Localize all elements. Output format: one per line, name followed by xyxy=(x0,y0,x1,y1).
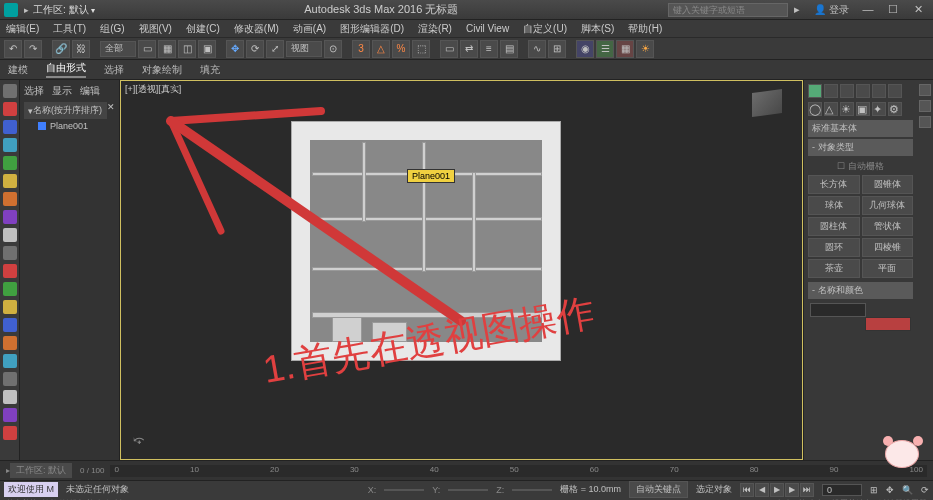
minimize-button[interactable]: — xyxy=(857,3,879,15)
teapot-button[interactable]: 茶壶 xyxy=(808,259,860,278)
ribbon-tab-modeling[interactable]: 建模 xyxy=(8,63,28,77)
menu-graph[interactable]: 图形编辑器(D) xyxy=(340,22,404,36)
menu-modifiers[interactable]: 修改器(M) xyxy=(234,22,279,36)
curve-editor-button[interactable]: ∿ xyxy=(528,40,546,58)
percent-snap[interactable]: % xyxy=(392,40,410,58)
tool-icon[interactable] xyxy=(3,192,17,206)
tool-icon[interactable] xyxy=(3,372,17,386)
scene-tab-edit[interactable]: 编辑 xyxy=(80,84,100,98)
sphere-button[interactable]: 球体 xyxy=(808,196,860,215)
mirror-button[interactable]: ⇄ xyxy=(460,40,478,58)
tool-icon[interactable] xyxy=(3,84,17,98)
quick-access-btn[interactable]: ▸ xyxy=(24,5,29,15)
modify-tab[interactable] xyxy=(824,84,838,98)
ribbon-tab-paint[interactable]: 对象绘制 xyxy=(142,63,182,77)
ribbon-tab-populate[interactable]: 填充 xyxy=(200,63,220,77)
object-type-rollout[interactable]: - 对象类型 xyxy=(808,139,913,156)
unlink-button[interactable]: ⛓ xyxy=(72,40,90,58)
auto-key-button[interactable]: 自动关键点 xyxy=(629,481,688,498)
current-frame-input[interactable]: 0 xyxy=(822,484,862,496)
lights-icon[interactable]: ☀ xyxy=(840,102,854,116)
helpers-icon[interactable]: ✦ xyxy=(872,102,886,116)
undo-button[interactable]: ↶ xyxy=(4,40,22,58)
move-button[interactable]: ✥ xyxy=(226,40,244,58)
tool-icon[interactable] xyxy=(3,300,17,314)
nav-tool-icon[interactable]: 🔍 xyxy=(902,485,913,495)
maximize-button[interactable]: ☐ xyxy=(882,3,904,16)
align-button[interactable]: ≡ xyxy=(480,40,498,58)
perspective-viewport[interactable]: [+][透视][真实] Plane001 ⤽ 1.首先在透视图操作 xyxy=(120,80,803,460)
render-setup-button[interactable]: ☰ xyxy=(596,40,614,58)
workspace-selector[interactable]: 工作区: 默认▾ xyxy=(33,3,95,17)
panel-tool-icon[interactable] xyxy=(919,100,931,112)
next-frame-button[interactable]: ▶ xyxy=(785,483,799,497)
window-crossing-button[interactable]: ▣ xyxy=(198,40,216,58)
tool-icon[interactable] xyxy=(3,174,17,188)
tool-icon[interactable] xyxy=(3,336,17,350)
menu-animation[interactable]: 动画(A) xyxy=(293,22,326,36)
play-button[interactable]: ▶ xyxy=(770,483,784,497)
coord-system[interactable]: 视图 xyxy=(286,41,322,57)
named-selection[interactable]: ▭ xyxy=(440,40,458,58)
render-button[interactable]: ☀ xyxy=(636,40,654,58)
prev-frame-button[interactable]: ◀ xyxy=(755,483,769,497)
ribbon-tab-freeform[interactable]: 自由形式 xyxy=(46,61,86,78)
nav-tool-icon[interactable]: ✥ xyxy=(886,485,894,495)
systems-icon[interactable]: ⚙ xyxy=(888,102,902,116)
scale-button[interactable]: ⤢ xyxy=(266,40,284,58)
box-button[interactable]: 长方体 xyxy=(808,175,860,194)
spinner-snap[interactable]: ⬚ xyxy=(412,40,430,58)
menu-group[interactable]: 组(G) xyxy=(100,22,124,36)
menu-customize[interactable]: 自定义(U) xyxy=(523,22,567,36)
tool-icon[interactable] xyxy=(3,390,17,404)
ribbon-tab-select[interactable]: 选择 xyxy=(104,63,124,77)
scene-item[interactable]: Plane001 xyxy=(24,119,115,133)
maxscript-label[interactable]: 欢迎使用 M xyxy=(4,482,58,497)
tool-icon[interactable] xyxy=(3,102,17,116)
goto-end-button[interactable]: ⏭ xyxy=(800,483,814,497)
display-tab[interactable] xyxy=(872,84,886,98)
login-link[interactable]: 👤 登录 xyxy=(814,3,849,17)
link-button[interactable]: 🔗 xyxy=(52,40,70,58)
create-tab[interactable] xyxy=(808,84,822,98)
plane-button[interactable]: 平面 xyxy=(862,259,914,278)
menu-create[interactable]: 创建(C) xyxy=(186,22,220,36)
tube-button[interactable]: 管状体 xyxy=(862,217,914,236)
scene-sort-header[interactable]: ▾ 名称(按升序排序) xyxy=(24,102,107,119)
z-coord-input[interactable] xyxy=(512,489,552,491)
torus-button[interactable]: 圆环 xyxy=(808,238,860,257)
scene-tab-display[interactable]: 显示 xyxy=(52,84,72,98)
tool-icon[interactable] xyxy=(3,282,17,296)
rotate-button[interactable]: ⟳ xyxy=(246,40,264,58)
color-swatch[interactable] xyxy=(865,317,911,331)
tool-icon[interactable] xyxy=(3,156,17,170)
y-coord-input[interactable] xyxy=(448,489,488,491)
menu-edit[interactable]: 编辑(E) xyxy=(6,22,39,36)
viewcube[interactable] xyxy=(752,89,782,117)
pyramid-button[interactable]: 四棱锥 xyxy=(862,238,914,257)
search-input[interactable]: 键入关键字或短语 xyxy=(668,3,788,17)
tool-icon[interactable] xyxy=(3,246,17,260)
name-color-rollout[interactable]: - 名称和颜色 xyxy=(808,282,913,299)
cylinder-button[interactable]: 圆柱体 xyxy=(808,217,860,236)
nav-tool-icon[interactable]: ⊞ xyxy=(870,485,878,495)
snap-toggle[interactable]: 3 xyxy=(352,40,370,58)
menu-tools[interactable]: 工具(T) xyxy=(53,22,86,36)
select-region-button[interactable]: ◫ xyxy=(178,40,196,58)
tool-icon[interactable] xyxy=(3,228,17,242)
tool-icon[interactable] xyxy=(3,210,17,224)
nav-tool-icon[interactable]: ⟳ xyxy=(921,485,929,495)
scene-tab-select[interactable]: 选择 xyxy=(24,84,44,98)
viewport-label[interactable]: [+][透视][真实] xyxy=(125,83,181,96)
menu-render[interactable]: 渲染(R) xyxy=(418,22,452,36)
menu-civil[interactable]: Civil View xyxy=(466,23,509,34)
shapes-icon[interactable]: △ xyxy=(824,102,838,116)
tool-icon[interactable] xyxy=(3,264,17,278)
x-coord-input[interactable] xyxy=(384,489,424,491)
motion-tab[interactable] xyxy=(856,84,870,98)
time-slider[interactable]: 01020 304050 607080 90100 xyxy=(110,465,927,477)
select-button[interactable]: ▭ xyxy=(138,40,156,58)
schematic-button[interactable]: ⊞ xyxy=(548,40,566,58)
geosphere-button[interactable]: 几何球体 xyxy=(862,196,914,215)
panel-close-icon[interactable]: ✕ xyxy=(107,102,115,112)
